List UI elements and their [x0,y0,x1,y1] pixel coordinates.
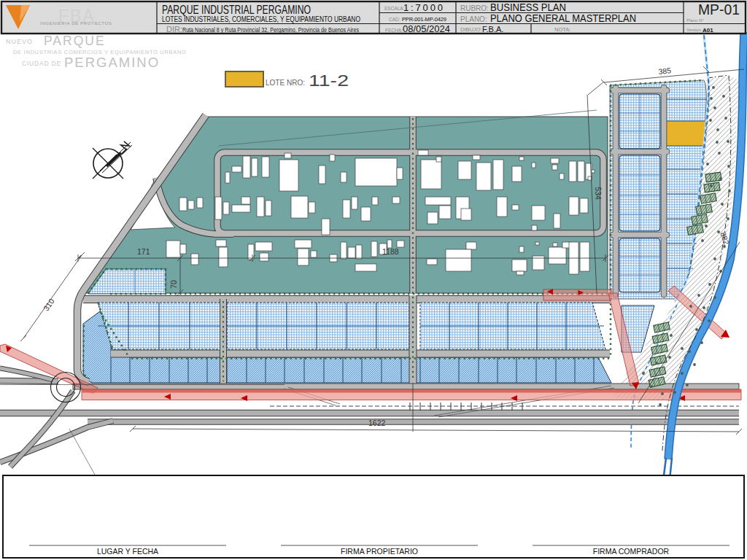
svg-text:1622: 1622 [368,419,386,427]
svg-text:ESCALA:: ESCALA: [384,6,405,11]
svg-text:LOTE NRO:: LOTE NRO: [266,78,305,87]
svg-text:11-2: 11-2 [309,72,349,90]
svg-text:1188: 1188 [382,247,399,256]
svg-text:FIRMA COMPRADOR: FIRMA COMPRADOR [593,547,670,556]
svg-text:PERGAMINO: PERGAMINO [64,55,160,70]
svg-text:70: 70 [169,280,178,289]
svg-text:LOTES INDUSTRIALES, COMERCIALE: LOTES INDUSTRIALES, COMERCIALES, Y EQUIP… [162,15,360,23]
svg-text:DIR:: DIR: [166,25,182,34]
svg-text:Version: Version [686,28,701,32]
svg-text:A01: A01 [703,27,713,34]
svg-text:NOTA:: NOTA: [554,26,570,33]
svg-text:385: 385 [658,66,672,76]
svg-text:DIBUJO:: DIBUJO: [460,26,482,33]
svg-text:MP-01: MP-01 [698,1,740,18]
svg-text:F.B.A.: F.B.A. [482,25,503,34]
svg-text:08/05/2024: 08/05/2024 [403,24,450,34]
svg-text:LUGAR Y FECHA: LUGAR Y FECHA [97,547,158,556]
svg-text:310: 310 [42,297,56,312]
svg-text:PARQUE: PARQUE [44,34,106,48]
svg-text:Ruta Nacional 8 y Ruta Provinc: Ruta Nacional 8 y Ruta Provincial 32, Pe… [182,26,359,34]
svg-text:534: 534 [594,187,603,200]
svg-text:FECHA:: FECHA: [385,28,403,33]
svg-text:PPR-001-MP-0429: PPR-001-MP-0429 [402,16,446,23]
svg-text:CAD:: CAD: [389,17,400,22]
svg-text:NUEVO: NUEVO [6,38,33,45]
svg-text:PLANO GENERAL MASTERPLAN: PLANO GENERAL MASTERPLAN [490,12,636,24]
svg-text:INGENIERIA DE PROYECTOS: INGENIERIA DE PROYECTOS [40,21,113,26]
svg-text:RUBRO:: RUBRO: [460,4,489,12]
svg-text:PLANO:: PLANO: [460,15,487,23]
svg-text:PARQUE INDUSTRIAL PERGAMINO: PARQUE INDUSTRIAL PERGAMINO [162,3,311,16]
svg-text:171: 171 [137,247,150,256]
svg-text:FIRMA PROPIETARIO: FIRMA PROPIETARIO [341,547,418,556]
svg-text:Plano N°: Plano N° [686,18,704,23]
svg-text:CIUDAD DE: CIUDAD DE [22,60,61,67]
svg-text:BUSINESS PLAN: BUSINESS PLAN [490,1,566,13]
